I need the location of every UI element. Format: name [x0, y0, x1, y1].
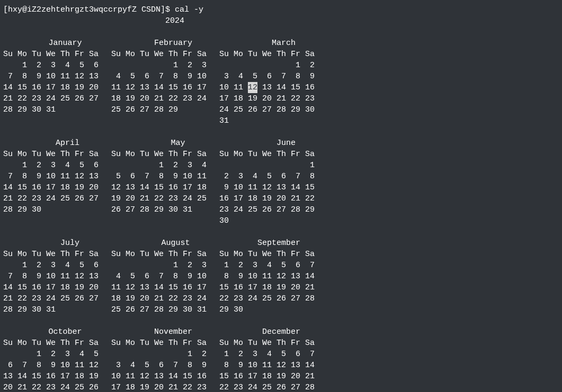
calendar-day: 17	[111, 382, 121, 392]
calendar-day: 8	[219, 271, 229, 282]
calendar-day: 23	[46, 382, 56, 392]
calendar-day: 20	[89, 282, 99, 293]
calendar-day: 3	[46, 260, 56, 271]
calendar-day: 12	[248, 82, 257, 93]
shell-prompt[interactable]: [hxy@iZ2zehtehrgzt3wqccrpyfZ CSDN]$ cal …	[3, 4, 559, 15]
calendar-day: 28	[291, 204, 300, 215]
calendar-day: 9	[219, 182, 229, 193]
calendar-week: 8 9 10 11 12 13 14	[219, 360, 315, 371]
calendar-day: 9	[234, 271, 243, 282]
calendar-day	[291, 160, 300, 171]
calendar-day: 28	[3, 204, 13, 215]
calendar-day: 24	[234, 204, 243, 215]
calendar-day: 4	[234, 71, 243, 82]
calendar-day: 11	[262, 271, 272, 282]
calendar-week: 22 23 24 25 26 27 28	[219, 293, 315, 304]
calendar-row: JanuarySu Mo Tu We Th Fr Sa 1 2 3 4 5 6 …	[3, 38, 559, 126]
calendar-day: 8	[305, 171, 315, 182]
calendar-day: 15	[168, 282, 178, 293]
calendar-day: 9	[197, 360, 207, 371]
calendar-day: 31	[219, 115, 229, 126]
calendar-day: 10	[60, 360, 70, 371]
calendar-day: 3	[183, 160, 192, 171]
calendar-week: 1 2	[219, 60, 315, 71]
month-name: October	[3, 326, 99, 338]
calendar-day: 29	[168, 104, 178, 115]
day-header: Th	[60, 49, 70, 60]
calendar-day: 24	[197, 93, 207, 104]
calendar-day: 20	[154, 382, 164, 392]
calendar-day: 29	[305, 204, 315, 215]
calendar-week: 13 14 15 16 17 18 19	[3, 371, 99, 382]
calendar-day	[140, 60, 149, 71]
calendar-day: 10	[248, 360, 257, 371]
calendar-day: 16	[234, 282, 243, 293]
calendar-day: 19	[126, 93, 135, 104]
calendar-week: 15 16 17 18 19 20 21	[219, 371, 315, 382]
day-header: Su	[3, 49, 13, 60]
calendar-week: 28 29 30	[3, 204, 99, 215]
day-header: Fr	[75, 249, 84, 260]
calendar-day: 14	[154, 282, 164, 293]
calendar-day	[111, 260, 121, 271]
calendar-day	[276, 215, 286, 226]
calendar-day: 28	[3, 104, 13, 115]
calendar-day: 20	[276, 193, 286, 204]
day-header: We	[262, 49, 272, 60]
calendar-day: 10	[197, 71, 207, 82]
calendar-day: 27	[89, 293, 99, 304]
calendar-day: 16	[168, 182, 178, 193]
day-header: Su	[3, 249, 13, 260]
calendar-day: 9	[32, 171, 41, 182]
calendar-day	[248, 115, 257, 126]
day-header: Th	[168, 149, 178, 160]
calendar-day: 4	[197, 160, 207, 171]
calendar-day: 27	[276, 204, 286, 215]
day-header: We	[154, 149, 164, 160]
calendar-day: 22	[219, 382, 229, 392]
calendar-day: 22	[219, 293, 229, 304]
calendar-day	[262, 160, 272, 171]
calendar-day: 21	[3, 293, 13, 304]
calendar-day: 11	[234, 82, 243, 93]
calendar-week: 21 22 23 24 25 26 27	[3, 293, 99, 304]
calendar-day: 7	[154, 71, 164, 82]
day-header: Th	[276, 149, 286, 160]
calendar-day: 16	[32, 282, 41, 293]
day-header: Sa	[197, 338, 207, 349]
day-header: Tu	[140, 149, 149, 160]
calendar-day: 17	[248, 282, 257, 293]
calendar-day: 13	[291, 360, 300, 371]
calendar-day: 2	[168, 160, 178, 171]
calendar-day: 3	[248, 349, 257, 360]
calendar-week: 24 25 26 27 28 29 30	[219, 104, 315, 115]
calendar-day: 9	[183, 71, 192, 82]
calendar-day: 13	[140, 282, 149, 293]
calendar-week: 3 4 5 6 7 8 9	[219, 71, 315, 82]
calendar-day: 31	[46, 304, 56, 315]
calendar-output: JanuarySu Mo Tu We Th Fr Sa 1 2 3 4 5 6 …	[3, 38, 559, 392]
calendar-day: 20	[140, 93, 149, 104]
day-header: Sa	[197, 249, 207, 260]
calendar-day: 12	[126, 82, 135, 93]
calendar-day: 14	[3, 82, 13, 93]
day-header: Mo	[17, 149, 27, 160]
calendar-day	[89, 304, 99, 315]
calendar-day: 29	[17, 304, 27, 315]
calendar-day: 2	[305, 60, 315, 71]
month-name: August	[111, 238, 207, 249]
day-header: Su	[111, 338, 121, 349]
calendar-day: 8	[168, 271, 178, 282]
calendar-day: 22	[17, 293, 27, 304]
calendar-day: 6	[262, 71, 272, 82]
calendar-week: 4 5 6 7 8 9 10	[111, 71, 207, 82]
calendar-week: Su Mo Tu We Th Fr Sa	[3, 149, 99, 160]
day-header: Su	[3, 338, 13, 349]
calendar-day: 9	[168, 171, 178, 182]
calendar-day	[75, 104, 84, 115]
calendar-day: 26	[89, 382, 99, 392]
calendar-day: 11	[197, 171, 207, 182]
calendar-day: 15	[183, 371, 192, 382]
calendar-day: 2	[183, 60, 192, 71]
day-header: Mo	[17, 249, 27, 260]
